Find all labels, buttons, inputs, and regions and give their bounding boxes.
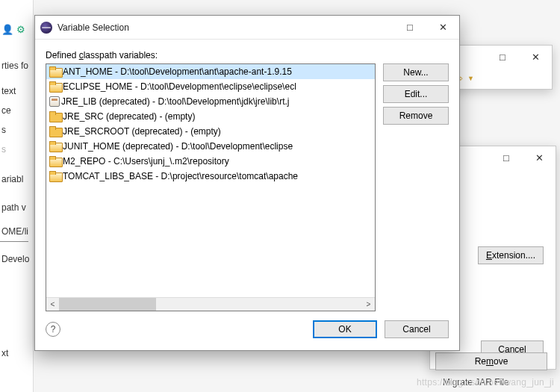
list-item[interactable]: JRE_LIB (deprecated) - D:\tool\Developme… xyxy=(46,94,375,109)
background-bottom-buttons: Remove Migrate JAR File xyxy=(429,351,556,392)
scroll-thumb[interactable] xyxy=(59,298,156,311)
folder-open-icon xyxy=(49,156,61,167)
classpath-variables-list[interactable]: ANT_HOME - D:\tool\Development\ant\apach… xyxy=(46,63,376,311)
variable-selection-dialog: Variable Selection □ ✕ Defined classpath… xyxy=(34,15,460,351)
remove-button[interactable]: Remove xyxy=(383,107,449,125)
gear-icon: ⚙ xyxy=(16,24,25,35)
person-icon: 👤 xyxy=(1,24,13,35)
close-icon[interactable]: ✕ xyxy=(523,147,556,168)
list-item-label: TOMCAT_LIBS_BASE - D:\project\resource\t… xyxy=(63,171,298,181)
scroll-track[interactable] xyxy=(59,298,362,311)
list-label: Defined classpath variables: xyxy=(46,50,449,60)
list-item-label: JRE_SRCROOT (deprecated) - (empty) xyxy=(63,126,221,137)
scroll-left-arrow[interactable]: < xyxy=(46,298,59,311)
side-button-column: New... Edit... Remove xyxy=(383,63,449,311)
close-button[interactable]: ✕ xyxy=(426,17,459,38)
folder-icon xyxy=(49,126,61,137)
edit-button-label: Edit... xyxy=(405,89,428,99)
close-icon[interactable]: ✕ xyxy=(519,46,552,67)
extension-button[interactable]: Extension.... xyxy=(478,246,544,264)
migrate-button-bg-label: Migrate JAR File xyxy=(443,377,509,388)
list-item-label: ANT_HOME - D:\tool\Development\ant\apach… xyxy=(63,66,292,77)
list-item-label: JRE_LIB (deprecated) - D:\tool\Developme… xyxy=(61,96,289,107)
dialog-titlebar: Variable Selection □ ✕ xyxy=(35,16,459,40)
list-item-label: ECLIPSE_HOME - D:\tool\Development\eclip… xyxy=(63,81,296,92)
list-item[interactable]: JRE_SRCROOT (deprecated) - (empty) xyxy=(46,124,375,139)
cancel-button-label: Cancel xyxy=(402,324,430,335)
background-toolbar-icons: 👤 ⚙ xyxy=(1,24,25,35)
dialog-footer: ? OK Cancel xyxy=(35,316,459,350)
eclipse-icon xyxy=(40,22,52,34)
horizontal-scrollbar[interactable]: < > xyxy=(46,297,375,311)
maximize-icon[interactable]: □ xyxy=(486,46,519,67)
list-item[interactable]: JRE_SRC (deprecated) - (empty) xyxy=(46,109,375,124)
new-button-label: New... xyxy=(403,67,428,78)
folder-icon xyxy=(49,111,61,122)
jar-icon xyxy=(49,96,60,107)
scroll-right-arrow[interactable]: > xyxy=(362,298,375,311)
list-item[interactable]: JUNIT_HOME (deprecated) - D:\tool\Develo… xyxy=(46,139,375,154)
background-left-labels: rties fo text ce s s ariabl path v OME/l… xyxy=(0,56,29,363)
list-item[interactable]: ECLIPSE_HOME - D:\tool\Development\eclip… xyxy=(46,79,375,94)
folder-open-icon xyxy=(49,66,61,77)
remove-button-label: Remove xyxy=(399,111,433,121)
ok-button[interactable]: OK xyxy=(313,320,377,338)
remove-button-bg[interactable]: Remove xyxy=(435,352,547,370)
remove-button-bg-label: Remove xyxy=(475,356,508,367)
new-button[interactable]: New... xyxy=(383,63,449,81)
extension-button-label: xtension.... xyxy=(492,250,535,261)
cancel-button[interactable]: Cancel xyxy=(385,320,449,338)
list-item-label: M2_REPO - C:\Users\junj_\.m2\repository xyxy=(63,156,229,167)
edit-button[interactable]: Edit... xyxy=(383,85,449,103)
list-item[interactable]: TOMCAT_LIBS_BASE - D:\project\resource\t… xyxy=(46,169,375,184)
help-icon[interactable]: ? xyxy=(46,322,60,337)
list-item[interactable]: ANT_HOME - D:\tool\Development\ant\apach… xyxy=(46,64,375,79)
folder-open-icon xyxy=(49,141,61,152)
list-item-label: JUNIT_HOME (deprecated) - D:\tool\Develo… xyxy=(63,141,293,152)
ok-button-label: OK xyxy=(338,324,351,335)
forward-menu-icon[interactable]: ▼ xyxy=(467,75,474,82)
maximize-icon[interactable]: □ xyxy=(490,147,523,168)
migrate-button-bg[interactable]: Migrate JAR File xyxy=(435,373,547,391)
dialog-title: Variable Selection xyxy=(57,22,393,33)
list-item[interactable]: M2_REPO - C:\Users\junj_\.m2\repository xyxy=(46,154,375,169)
maximize-button[interactable]: □ xyxy=(393,17,426,38)
list-item-label: JRE_SRC (deprecated) - (empty) xyxy=(63,111,195,122)
folder-open-icon xyxy=(49,171,61,181)
folder-open-icon xyxy=(49,81,61,92)
